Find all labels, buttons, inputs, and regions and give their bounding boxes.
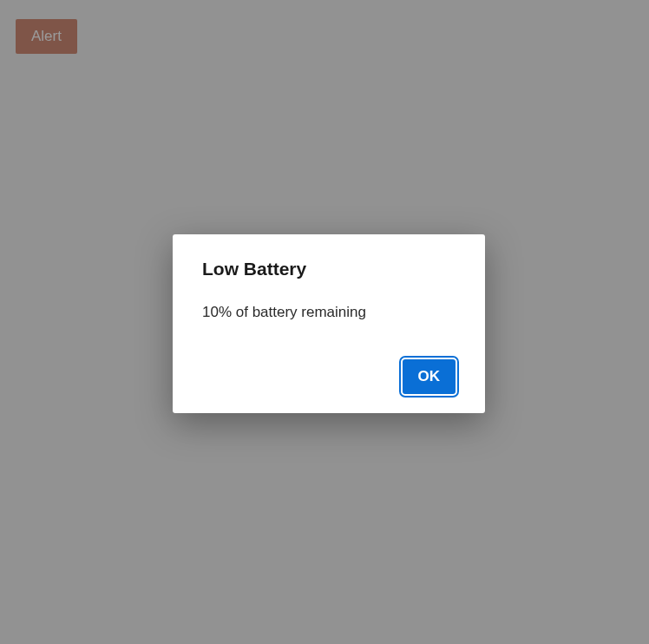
dialog-message: 10% of battery remaining (202, 304, 456, 321)
alert-dialog: Low Battery 10% of battery remaining OK (173, 234, 485, 413)
dialog-title: Low Battery (202, 259, 456, 279)
dialog-actions: OK (202, 359, 456, 394)
ok-button[interactable]: OK (403, 359, 456, 394)
